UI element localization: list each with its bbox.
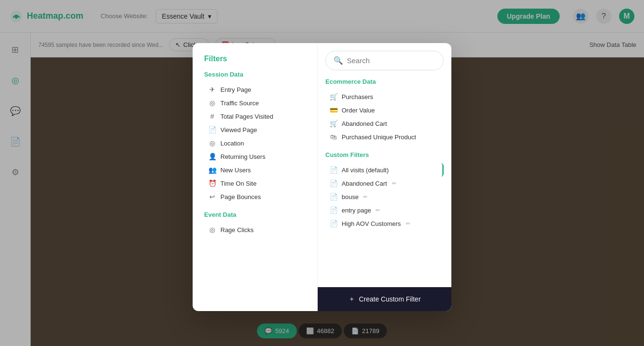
returning-users-label: Returning Users — [220, 153, 265, 160]
rage-clicks-icon: ◎ — [208, 226, 217, 234]
filter-item-entry-page[interactable]: ✈ Entry Page — [204, 83, 317, 96]
modal-right-panel: 🔍 Ecommerce Data 🛒 Purchasers 💳 Order Va… — [317, 43, 451, 311]
event-data-list: ◎ Rage Clicks — [204, 223, 317, 236]
custom-item-all-visits[interactable]: 📄 All visits (default) — [325, 163, 444, 177]
purchased-unique-icon: 🛍 — [329, 133, 338, 141]
abandoned-cart-edit-icon: ✏ — [392, 180, 396, 187]
filter-item-traffic-source[interactable]: ◎ Traffic Source — [204, 96, 317, 110]
location-icon: ◎ — [208, 139, 217, 147]
custom-filters-list: 📄 All visits (default) 📄 Abandoned Cart … — [325, 163, 444, 230]
search-input[interactable] — [347, 56, 436, 65]
filters-title: Filters — [204, 55, 317, 63]
custom-item-high-aov[interactable]: 📄 High AOV Customers ✏ — [325, 217, 444, 230]
custom-item-bouse[interactable]: 📄 bouse ✏ — [325, 190, 444, 203]
location-label: Location — [220, 140, 244, 147]
entry-page-icon: ✈ — [208, 86, 217, 93]
total-pages-icon: # — [208, 112, 217, 120]
filter-item-purchased-unique[interactable]: 🛍 Purchased Unique Product — [325, 130, 444, 144]
abandoned-cart-custom-icon: 📄 — [329, 179, 338, 187]
filter-item-rage-clicks[interactable]: ◎ Rage Clicks — [204, 223, 317, 236]
all-visits-label: All visits (default) — [342, 167, 389, 174]
filter-item-location[interactable]: ◎ Location — [204, 136, 317, 150]
page-bounces-label: Page Bounces — [220, 193, 261, 201]
traffic-source-label: Traffic Source — [220, 100, 259, 107]
filter-item-abandoned-cart[interactable]: 🛒 Abandoned Cart — [325, 117, 444, 130]
new-users-icon: 👥 — [208, 166, 217, 174]
time-on-site-label: Time On Site — [220, 180, 256, 187]
total-pages-label: Total Pages Visited — [220, 113, 273, 120]
search-icon: 🔍 — [334, 56, 343, 65]
abandoned-cart-icon: 🛒 — [329, 120, 338, 127]
entry-page-custom-label: entry page — [342, 207, 371, 214]
entry-page-label: Entry Page — [220, 86, 251, 93]
filter-item-order-value[interactable]: 💳 Order Value — [325, 103, 444, 117]
filter-item-time-on-site[interactable]: ⏰ Time On Site — [204, 177, 317, 190]
filter-item-purchasers[interactable]: 🛒 Purchasers — [325, 90, 444, 103]
new-users-label: New Users — [220, 167, 251, 174]
bouse-edit-icon: ✏ — [363, 194, 368, 200]
search-box[interactable]: 🔍 — [325, 51, 444, 70]
create-custom-filter-button[interactable]: ＋ Create Custom Filter — [318, 287, 451, 311]
right-scroll-content: Ecommerce Data 🛒 Purchasers 💳 Order Valu… — [325, 78, 444, 287]
ecommerce-list: 🛒 Purchasers 💳 Order Value 🛒 Abandoned C… — [325, 90, 444, 144]
filter-item-viewed-page[interactable]: 📄 Viewed Page — [204, 123, 317, 136]
high-aov-edit-icon: ✏ — [406, 221, 410, 227]
filter-item-returning-users[interactable]: 👤 Returning Users — [204, 150, 317, 163]
custom-item-entry-page[interactable]: 📄 entry page ✏ — [325, 203, 444, 217]
purchasers-label: Purchasers — [342, 93, 373, 100]
filter-item-total-pages[interactable]: # Total Pages Visited — [204, 110, 317, 123]
plus-icon: ＋ — [348, 295, 355, 303]
abandoned-cart-label: Abandoned Cart — [342, 120, 387, 127]
filter-item-new-users[interactable]: 👥 New Users — [204, 163, 317, 177]
viewed-page-label: Viewed Page — [220, 126, 257, 134]
rage-clicks-label: Rage Clicks — [220, 226, 253, 234]
time-on-site-icon: ⏰ — [208, 179, 217, 187]
entry-page-custom-icon: 📄 — [329, 206, 338, 214]
bouse-icon: 📄 — [329, 193, 338, 201]
traffic-source-icon: ◎ — [208, 99, 217, 107]
session-data-title: Session Data — [204, 71, 317, 78]
custom-filters-title: Custom Filters — [325, 151, 444, 158]
filters-modal: Filters Session Data ✈ Entry Page ◎ Traf… — [193, 43, 451, 311]
event-data-title: Event Data — [204, 211, 317, 218]
custom-item-abandoned-cart[interactable]: 📄 Abandoned Cart ✏ — [325, 177, 444, 190]
session-data-list: ✈ Entry Page ◎ Traffic Source # Total Pa… — [204, 83, 317, 203]
all-visits-icon: 📄 — [329, 166, 338, 174]
create-filter-label: Create Custom Filter — [359, 295, 421, 303]
ecommerce-data-title: Ecommerce Data — [325, 78, 444, 85]
entry-page-edit-icon: ✏ — [376, 207, 380, 213]
order-value-icon: 💳 — [329, 106, 338, 114]
high-aov-label: High AOV Customers — [342, 220, 401, 227]
filter-item-page-bounces[interactable]: ↩ Page Bounces — [204, 190, 317, 203]
high-aov-icon: 📄 — [329, 220, 338, 227]
purchasers-icon: 🛒 — [329, 93, 338, 100]
order-value-label: Order Value — [342, 107, 375, 114]
viewed-page-icon: 📄 — [208, 126, 217, 134]
modal-left-panel: Filters Session Data ✈ Entry Page ◎ Traf… — [193, 43, 317, 311]
abandoned-cart-custom-label: Abandoned Cart — [342, 180, 387, 187]
returning-users-icon: 👤 — [208, 153, 217, 160]
purchased-unique-label: Purchased Unique Product — [342, 134, 416, 141]
bouse-label: bouse — [342, 193, 358, 201]
page-bounces-icon: ↩ — [208, 193, 217, 201]
